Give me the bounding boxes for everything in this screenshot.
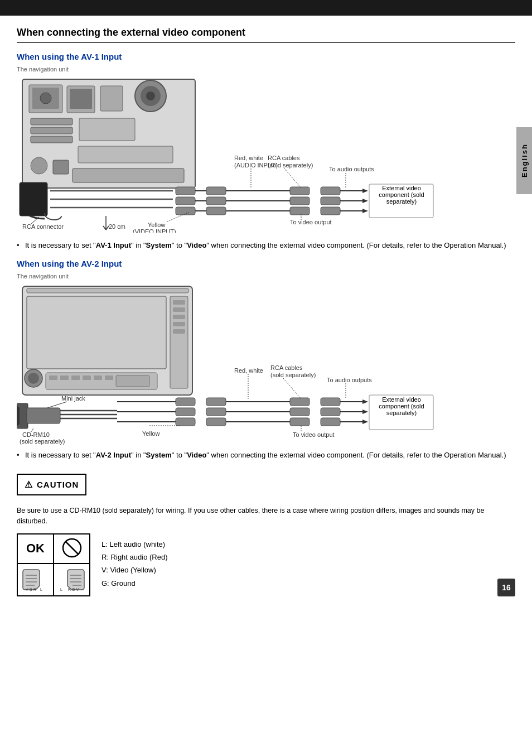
svg-rect-102	[321, 398, 340, 406]
av1-external-box-label: External video component (sold separatel…	[370, 182, 433, 207]
svg-point-3	[40, 93, 51, 104]
av1-diagram-svg: Red, white (AUDIO INPUT) RCA cables (sol…	[17, 74, 496, 233]
svg-text:(sold separately): (sold separately)	[20, 438, 65, 445]
svg-rect-12	[31, 136, 72, 143]
av2-diagram-svg: Red, white RCA cables (sold separately) …	[17, 281, 496, 445]
svg-text:L: L	[40, 588, 42, 591]
svg-rect-81	[71, 375, 80, 380]
svg-rect-83	[94, 375, 102, 380]
svg-line-121	[283, 378, 301, 399]
svg-rect-87	[17, 406, 20, 426]
svg-rect-99	[206, 418, 226, 426]
no-connector-icon: R G V L	[56, 566, 87, 591]
svg-rect-72	[173, 307, 185, 312]
ok-connector-no: R G V L	[54, 564, 90, 596]
svg-rect-88	[27, 408, 60, 423]
svg-marker-115	[362, 420, 368, 424]
svg-rect-19	[20, 182, 47, 216]
svg-rect-39	[321, 197, 340, 205]
svg-marker-113	[362, 410, 368, 414]
ok-cell: OK	[17, 534, 54, 564]
svg-text:20 cm: 20 cm	[109, 223, 125, 230]
svg-rect-93	[206, 398, 226, 406]
svg-rect-74	[173, 322, 185, 326]
svg-text:RCA connector: RCA connector	[22, 223, 64, 230]
svg-line-56	[284, 168, 301, 188]
svg-rect-14	[78, 146, 173, 163]
svg-rect-96	[206, 408, 226, 416]
svg-rect-92	[176, 398, 195, 406]
svg-marker-49	[362, 209, 368, 213]
svg-text:(sold separately): (sold separately)	[268, 162, 313, 168]
svg-line-134	[65, 541, 79, 555]
svg-marker-47	[362, 199, 368, 203]
svg-rect-13	[79, 118, 135, 141]
svg-rect-27	[206, 187, 226, 195]
svg-rect-71	[173, 300, 185, 305]
svg-rect-84	[105, 375, 113, 380]
svg-text:RCA cables: RCA cables	[268, 155, 300, 161]
svg-marker-45	[362, 189, 368, 193]
svg-rect-16	[53, 160, 69, 174]
section2-title: When using the AV-2 Input	[17, 259, 515, 268]
av1-bullet-text: It is necessary to set "AV-1 Input" in "…	[17, 240, 515, 251]
svg-rect-85	[116, 375, 149, 387]
av2-external-box-label: External video component (sold separatel…	[370, 394, 433, 418]
caution-box: ⚠ CAUTION	[17, 474, 86, 495]
svg-text:CD-RM10: CD-RM10	[22, 431, 50, 438]
ok-table-container: OK	[17, 533, 90, 596]
svg-rect-79	[49, 375, 57, 380]
svg-rect-10	[31, 118, 72, 125]
svg-text:To video output: To video output	[293, 431, 335, 438]
svg-rect-33	[206, 207, 226, 215]
svg-rect-95	[176, 408, 195, 416]
page-number: 16	[497, 579, 515, 596]
svg-rect-42	[321, 207, 340, 215]
svg-rect-108	[321, 418, 340, 426]
ok-connector-ok: V G R L	[17, 564, 54, 596]
ok-legend-item-r: R: Right audio (Red)	[101, 551, 168, 564]
svg-rect-32	[176, 207, 195, 215]
svg-text:To audio outputs: To audio outputs	[329, 166, 374, 172]
no-cell	[54, 534, 90, 564]
ok-legend-item-l: L: Left audio (white)	[101, 538, 168, 551]
svg-text:V G R: V G R	[26, 588, 36, 591]
svg-text:To audio outputs: To audio outputs	[327, 377, 372, 383]
svg-rect-101	[290, 398, 309, 406]
ok-connector-ok-icon: V G R L	[20, 566, 51, 591]
section1-title: When using the AV-1 Input	[17, 52, 515, 61]
section2-nav-unit-label: The navigation unit	[17, 273, 515, 280]
svg-text:Red, white: Red, white	[234, 155, 263, 161]
svg-text:Yellow: Yellow	[142, 430, 159, 437]
ok-legend-item-v: V: Video (Yellow)	[101, 564, 168, 576]
av1-diagram: Red, white (AUDIO INPUT) RCA cables (sol…	[17, 74, 515, 235]
page-title: When connecting the external video compo…	[17, 27, 515, 43]
ok-legend-item-g: G: Ground	[101, 577, 168, 590]
svg-rect-80	[60, 375, 69, 380]
svg-text:(sold separately): (sold separately)	[270, 372, 316, 378]
main-content: English When connecting the external vid…	[0, 16, 532, 608]
svg-rect-104	[290, 408, 309, 416]
svg-rect-41	[290, 207, 309, 215]
caution-icon: ⚠	[25, 479, 32, 490]
svg-rect-36	[321, 187, 340, 195]
svg-rect-73	[173, 315, 185, 319]
ok-section: OK	[17, 533, 515, 596]
svg-text:To video output: To video output	[290, 219, 332, 225]
svg-text:(VIDEO INPUT): (VIDEO INPUT)	[133, 228, 176, 233]
svg-rect-105	[321, 408, 340, 416]
svg-text:L: L	[60, 588, 62, 591]
caution-text: Be sure to use a CD-RM10 (sold separatel…	[17, 505, 515, 527]
section1-nav-unit-label: The navigation unit	[17, 66, 515, 73]
svg-rect-11	[31, 127, 72, 134]
svg-rect-6	[100, 86, 123, 111]
svg-rect-38	[290, 197, 309, 205]
svg-line-129	[47, 402, 67, 408]
svg-rect-17	[72, 168, 184, 182]
svg-text:Red, white: Red, white	[234, 367, 263, 374]
svg-rect-35	[290, 187, 309, 195]
svg-rect-98	[176, 418, 195, 426]
caution-title: CAUTION	[37, 480, 79, 489]
svg-text:R G V: R G V	[68, 588, 79, 591]
svg-rect-15	[31, 157, 47, 174]
